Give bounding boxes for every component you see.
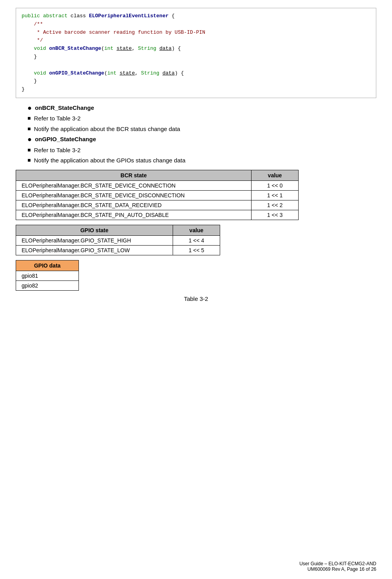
- bcr-state-cell: ELOPeripheralManager.BCR_STATE_DEVICE_DI…: [16, 190, 252, 200]
- bcr-state-cell: ELOPeripheralManager.BCR_STATE_PIN_AUTO_…: [16, 210, 252, 220]
- gpio-value-header: value: [173, 225, 220, 235]
- table-row: ELOPeripheralManager.BCR_STATE_PIN_AUTO_…: [16, 210, 299, 220]
- table-row: ELOPeripheralManager.GPIO_STATE_LOW1 << …: [16, 245, 220, 255]
- bcr-state-cell: ELOPeripheralManager.BCR_STATE_DEVICE_CO…: [16, 180, 252, 190]
- gpio-data-table: GPIO data gpio81gpio82: [16, 260, 79, 291]
- item-text: Notify the application about the BCR sta…: [34, 125, 180, 134]
- square-bullet: ■: [27, 114, 31, 122]
- item-text: Notify the application about the GPIOs s…: [34, 156, 185, 165]
- gpio-state-header: GPIO state: [16, 225, 173, 235]
- item-text: Refer to Table 3-2: [34, 146, 80, 155]
- list-item: ■ Notify the application about the BCR s…: [27, 125, 376, 134]
- item-text: Refer to Table 3-2: [34, 114, 80, 123]
- list-item: ● onBCR_StateChange: [27, 104, 376, 113]
- table-caption: Table 3-2: [16, 295, 376, 302]
- table-row: ELOPeripheralManager.BCR_STATE_DATA_RECE…: [16, 200, 299, 210]
- item-text: onBCR_StateChange: [35, 104, 94, 113]
- gpio-data-header: GPIO data: [16, 260, 79, 271]
- gpio-value-cell: 1 << 4: [173, 235, 220, 245]
- bcr-value-header: value: [252, 170, 299, 180]
- item-text: onGPIO_StateChange: [35, 135, 96, 144]
- circle-bullet: ●: [27, 104, 32, 113]
- gpio-data-table-wrapper: GPIO data gpio81gpio82: [16, 260, 376, 291]
- gpio-value-cell: 1 << 5: [173, 245, 220, 255]
- gpio-state-cell: ELOPeripheralManager.GPIO_STATE_HIGH: [16, 235, 173, 245]
- table-row: gpio82: [16, 280, 79, 290]
- gpio-data-cell: gpio81: [16, 271, 79, 280]
- table-row: ELOPeripheralManager.GPIO_STATE_HIGH1 <<…: [16, 235, 220, 245]
- gpio-data-cell: gpio82: [16, 280, 79, 290]
- bcr-state-cell: ELOPeripheralManager.BCR_STATE_DATA_RECE…: [16, 200, 252, 210]
- bcr-value-cell: 1 << 1: [252, 190, 299, 200]
- list-item: ● onGPIO_StateChange: [27, 135, 376, 144]
- gpio-state-table: GPIO state value ELOPeripheralManager.GP…: [16, 225, 220, 255]
- footer-line2: UM600069 Rev A, Page 16 of 26: [299, 566, 376, 572]
- gpio-state-table-wrapper: GPIO state value ELOPeripheralManager.GP…: [16, 225, 376, 255]
- circle-bullet: ●: [27, 135, 32, 144]
- bcr-value-cell: 1 << 3: [252, 210, 299, 220]
- footer-line1: User Guide – ELO-KIT-ECMG2-AND: [299, 561, 376, 566]
- table-row: ELOPeripheralManager.BCR_STATE_DEVICE_CO…: [16, 180, 299, 190]
- bcr-value-cell: 1 << 2: [252, 200, 299, 210]
- bullet-list: ● onBCR_StateChange ■ Refer to Table 3-2…: [27, 104, 376, 165]
- list-item: ■ Refer to Table 3-2: [27, 146, 376, 155]
- table-row: gpio81: [16, 271, 79, 280]
- bcr-state-header: BCR state: [16, 170, 252, 180]
- table-row: ELOPeripheralManager.BCR_STATE_DEVICE_DI…: [16, 190, 299, 200]
- list-item: ■ Refer to Table 3-2: [27, 114, 376, 123]
- bcr-value-cell: 1 << 0: [252, 180, 299, 190]
- gpio-state-cell: ELOPeripheralManager.GPIO_STATE_LOW: [16, 245, 173, 255]
- list-item: ■ Notify the application about the GPIOs…: [27, 156, 376, 165]
- square-bullet: ■: [27, 125, 31, 133]
- bcr-state-table-wrapper: BCR state value ELOPeripheralManager.BCR…: [16, 170, 376, 220]
- square-bullet: ■: [27, 156, 31, 164]
- square-bullet: ■: [27, 146, 31, 154]
- code-block: public abstract class ELOPeripheralEvent…: [16, 8, 376, 98]
- bcr-state-table: BCR state value ELOPeripheralManager.BCR…: [16, 170, 299, 220]
- footer: User Guide – ELO-KIT-ECMG2-AND UM600069 …: [299, 561, 376, 572]
